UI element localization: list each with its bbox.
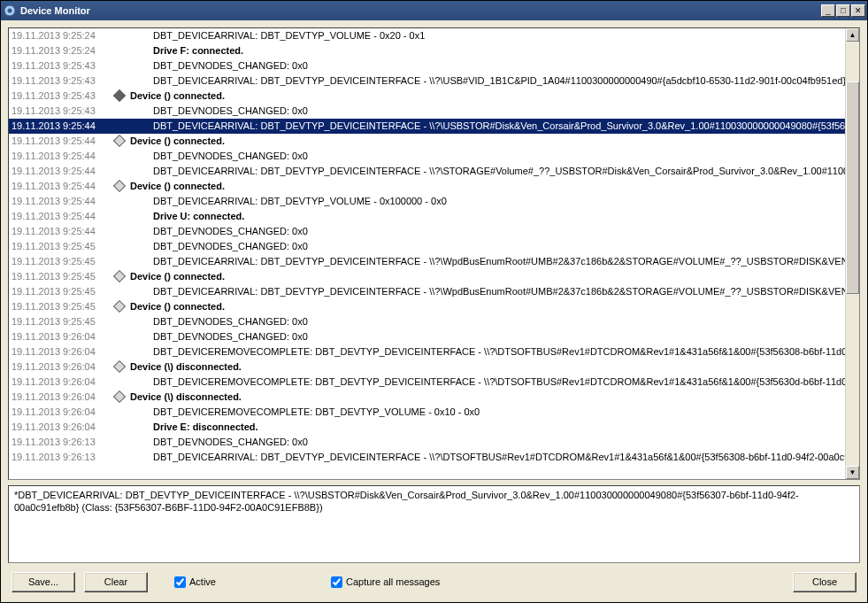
row-icon-cell <box>111 164 128 179</box>
row-icon-cell <box>111 119 128 134</box>
log-row[interactable]: 19.11.2013 9:25:45Device () connected. <box>9 299 845 314</box>
log-message: Device () connected. <box>128 269 845 284</box>
log-message: DBT_DEVNODES_CHANGED: 0x0 <box>128 329 845 344</box>
clear-button[interactable]: Clear <box>84 572 148 592</box>
timestamp: 19.11.2013 9:25:45 <box>9 284 111 299</box>
log-row[interactable]: 19.11.2013 9:25:43DBT_DEVICEARRIVAL: DBT… <box>9 73 845 89</box>
svg-point-1 <box>8 9 12 13</box>
log-row[interactable]: 19.11.2013 9:26:04DBT_DEVICEREMOVECOMPLE… <box>9 405 845 420</box>
log-row[interactable]: 19.11.2013 9:25:44DBT_DEVICEARRIVAL: DBT… <box>9 164 845 179</box>
maximize-button[interactable]: □ <box>836 4 850 17</box>
timestamp: 19.11.2013 9:25:24 <box>9 43 111 58</box>
log-message: DBT_DEVNODES_CHANGED: 0x0 <box>128 314 845 329</box>
row-icon-cell <box>111 89 128 104</box>
log-row[interactable]: 19.11.2013 9:25:44DBT_DEVNODES_CHANGED: … <box>9 224 845 239</box>
timestamp: 19.11.2013 9:25:43 <box>9 58 111 73</box>
active-checkbox-input[interactable] <box>174 576 186 588</box>
row-icon-cell <box>111 73 128 89</box>
row-icon-cell <box>111 344 128 359</box>
active-checkbox[interactable]: Active <box>174 576 216 588</box>
detail-text: *DBT_DEVICEARRIVAL: DBT_DEVTYP_DEVICEINT… <box>14 489 854 514</box>
log-row[interactable]: 19.11.2013 9:26:04Device (\) disconnecte… <box>9 390 845 405</box>
capture-label: Capture all messages <box>346 576 440 587</box>
row-icon-cell <box>111 134 128 149</box>
log-message: DBT_DEVNODES_CHANGED: 0x0 <box>128 239 845 254</box>
scrollbar-vertical[interactable]: ▲ ▼ <box>845 28 859 479</box>
log-row[interactable]: 19.11.2013 9:25:45DBT_DEVNODES_CHANGED: … <box>9 239 845 254</box>
log-row[interactable]: 19.11.2013 9:25:24DBT_DEVICEARRIVAL: DBT… <box>9 28 845 43</box>
log-message: DBT_DEVNODES_CHANGED: 0x0 <box>128 58 845 73</box>
log-message: DBT_DEVICEARRIVAL: DBT_DEVTYP_DEVICEINTE… <box>128 284 845 299</box>
log-message: Device (\) disconnected. <box>128 390 845 405</box>
row-icon-cell <box>111 43 128 58</box>
log-row[interactable]: 19.11.2013 9:26:04Device (\) disconnecte… <box>9 359 845 375</box>
row-icon-cell <box>111 299 128 314</box>
log-row[interactable]: 19.11.2013 9:26:04Drive E: disconnected. <box>9 420 845 435</box>
device-icon <box>113 89 126 102</box>
log-message: DBT_DEVICEREMOVECOMPLETE: DBT_DEVTYP_DEV… <box>128 344 845 359</box>
log-message: Device () connected. <box>128 299 845 314</box>
timestamp: 19.11.2013 9:25:44 <box>9 134 111 149</box>
scroll-thumb[interactable] <box>846 81 859 294</box>
timestamp: 19.11.2013 9:25:44 <box>9 179 111 194</box>
close-button[interactable]: Close <box>793 572 856 592</box>
titlebar[interactable]: Device Monitor _ □ ✕ <box>1 1 867 20</box>
device-icon <box>113 180 126 192</box>
log-row[interactable]: 19.11.2013 9:25:45Device () connected. <box>9 269 845 284</box>
timestamp: 19.11.2013 9:26:04 <box>9 420 111 435</box>
log-message: DBT_DEVICEARRIVAL: DBT_DEVTYP_VOLUME - 0… <box>128 194 845 209</box>
log-row[interactable]: 19.11.2013 9:25:43DBT_DEVNODES_CHANGED: … <box>9 58 845 73</box>
scroll-down-button[interactable]: ▼ <box>846 466 859 479</box>
log-row[interactable]: 19.11.2013 9:25:45DBT_DEVNODES_CHANGED: … <box>9 314 845 329</box>
device-icon <box>113 135 126 147</box>
close-window-button[interactable]: ✕ <box>851 4 865 17</box>
log-row[interactable]: 19.11.2013 9:26:04DBT_DEVICEREMOVECOMPLE… <box>9 344 845 359</box>
timestamp: 19.11.2013 9:25:44 <box>9 194 111 209</box>
log-row[interactable]: 19.11.2013 9:25:44DBT_DEVICEARRIVAL: DBT… <box>9 119 845 134</box>
detail-panel[interactable]: *DBT_DEVICEARRIVAL: DBT_DEVTYP_DEVICEINT… <box>8 485 860 563</box>
log-message: DBT_DEVICEREMOVECOMPLETE: DBT_DEVTYP_DEV… <box>128 375 845 390</box>
log-row[interactable]: 19.11.2013 9:25:45DBT_DEVICEARRIVAL: DBT… <box>9 284 845 299</box>
log-rows[interactable]: 19.11.2013 9:25:24DBT_DEVICEARRIVAL: DBT… <box>9 28 845 479</box>
row-icon-cell <box>111 58 128 73</box>
log-row[interactable]: 19.11.2013 9:25:44Drive U: connected. <box>9 209 845 224</box>
row-icon-cell <box>111 284 128 299</box>
log-row[interactable]: 19.11.2013 9:25:43Device () connected. <box>9 89 845 104</box>
log-row[interactable]: 19.11.2013 9:25:44Device () connected. <box>9 134 845 149</box>
row-icon-cell <box>111 149 128 164</box>
timestamp: 19.11.2013 9:25:24 <box>9 28 111 43</box>
app-icon <box>3 4 17 18</box>
row-icon-cell <box>111 254 128 269</box>
timestamp: 19.11.2013 9:25:45 <box>9 254 111 269</box>
row-icon-cell <box>111 224 128 239</box>
log-row[interactable]: 19.11.2013 9:25:45DBT_DEVICEARRIVAL: DBT… <box>9 254 845 269</box>
capture-checkbox-input[interactable] <box>331 576 342 588</box>
save-button[interactable]: Save... <box>12 572 75 592</box>
timestamp: 19.11.2013 9:25:43 <box>9 73 111 89</box>
log-message: DBT_DEVNODES_CHANGED: 0x0 <box>128 224 845 239</box>
log-message: DBT_DEVICEARRIVAL: DBT_DEVTYP_DEVICEINTE… <box>128 119 845 134</box>
log-row[interactable]: 19.11.2013 9:25:44DBT_DEVICEARRIVAL: DBT… <box>9 194 845 209</box>
scroll-up-button[interactable]: ▲ <box>846 28 859 42</box>
log-message: Device () connected. <box>128 179 845 194</box>
row-icon-cell <box>111 359 128 375</box>
log-row[interactable]: 19.11.2013 9:26:13DBT_DEVICEARRIVAL: DBT… <box>9 450 845 465</box>
log-row[interactable]: 19.11.2013 9:25:44DBT_DEVNODES_CHANGED: … <box>9 149 845 164</box>
minimize-button[interactable]: _ <box>821 4 835 17</box>
log-row[interactable]: 19.11.2013 9:26:04DBT_DEVICEREMOVECOMPLE… <box>9 375 845 390</box>
row-icon-cell <box>111 314 128 329</box>
row-icon-cell <box>111 239 128 254</box>
log-row[interactable]: 19.11.2013 9:25:44Device () connected. <box>9 179 845 194</box>
app-window: Device Monitor _ □ ✕ 19.11.2013 9:25:24D… <box>0 0 868 603</box>
log-row[interactable]: 19.11.2013 9:25:24Drive F: connected. <box>9 43 845 58</box>
log-row[interactable]: 19.11.2013 9:26:04DBT_DEVNODES_CHANGED: … <box>9 329 845 344</box>
log-message: DBT_DEVNODES_CHANGED: 0x0 <box>128 149 845 164</box>
row-icon-cell <box>111 420 128 435</box>
capture-checkbox[interactable]: Capture all messages <box>331 576 440 588</box>
row-icon-cell <box>111 179 128 194</box>
log-row[interactable]: 19.11.2013 9:25:43DBT_DEVNODES_CHANGED: … <box>9 104 845 119</box>
log-row[interactable]: 19.11.2013 9:26:13DBT_DEVNODES_CHANGED: … <box>9 435 845 450</box>
timestamp: 19.11.2013 9:25:44 <box>9 164 111 179</box>
row-icon-cell <box>111 209 128 224</box>
row-icon-cell <box>111 104 128 119</box>
